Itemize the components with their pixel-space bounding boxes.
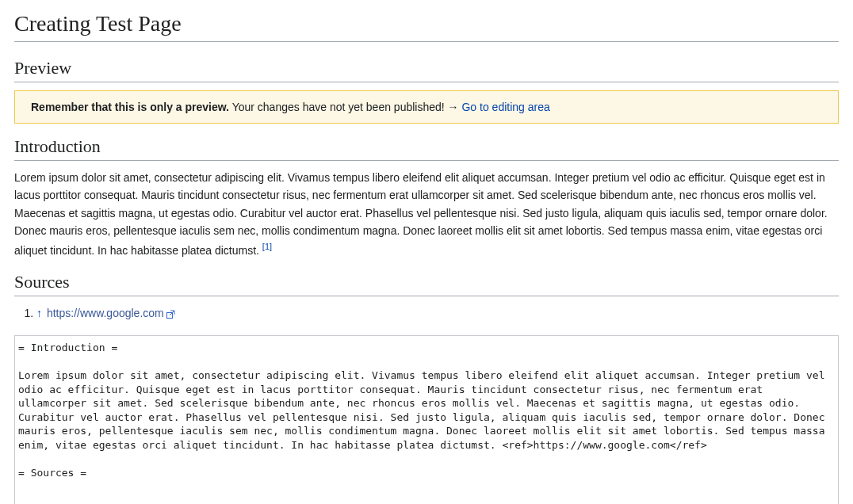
preview-heading: Preview bbox=[14, 58, 839, 82]
introduction-body: Lorem ipsum dolor sit amet, consectetur … bbox=[14, 169, 839, 259]
external-link-icon bbox=[166, 307, 175, 324]
reference-url-link[interactable]: https://www.google.com bbox=[47, 307, 175, 319]
backlink-icon[interactable]: ↑ bbox=[36, 307, 42, 319]
go-to-editing-link[interactable]: Go to editing area bbox=[461, 101, 549, 113]
reference-marker: [1] bbox=[262, 242, 272, 251]
introduction-heading: Introduction bbox=[14, 136, 839, 161]
references-list: ↑ https://www.google.com bbox=[36, 304, 839, 324]
wikitext-editor[interactable] bbox=[14, 335, 839, 504]
arrow-icon: → bbox=[448, 101, 462, 113]
introduction-text: Lorem ipsum dolor sit amet, consectetur … bbox=[14, 171, 828, 256]
reference-link[interactable]: [1] bbox=[262, 242, 272, 251]
sources-heading: Sources bbox=[14, 272, 839, 296]
preview-note-text: Your changes have not yet been published… bbox=[229, 101, 448, 113]
preview-note-box: Remember that this is only a preview. Yo… bbox=[14, 90, 839, 124]
preview-note-bold: Remember that this is only a preview. bbox=[31, 101, 229, 113]
reference-url-text: https://www.google.com bbox=[47, 307, 164, 319]
reference-item: ↑ https://www.google.com bbox=[36, 304, 839, 324]
page-title: Creating Test Page bbox=[14, 11, 839, 42]
